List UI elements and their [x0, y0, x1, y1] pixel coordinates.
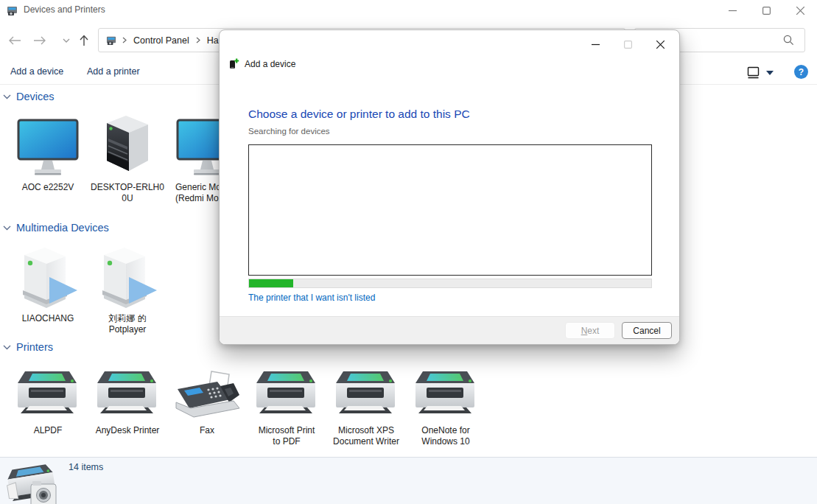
printer-item-alpdf[interactable]: ALPDF [10, 367, 86, 436]
title-bar: Devices and Printers [0, 0, 817, 21]
status-bar: 14 items [0, 457, 817, 504]
printer-icon [413, 368, 479, 421]
item-label: ALPDF [10, 425, 86, 436]
item-label: AnyDesk Printer [89, 425, 166, 436]
collapse-chevron-icon [3, 94, 11, 99]
dialog-close-button[interactable] [644, 33, 676, 55]
section-header-printers[interactable]: Printers [3, 341, 53, 353]
minimize-icon [592, 41, 600, 49]
collapse-chevron-icon [3, 345, 11, 350]
printer-item-ms-print-to-pdf[interactable]: Microsoft Printto PDF [248, 367, 325, 447]
breadcrumb-chevron-icon [196, 37, 200, 43]
close-icon [796, 7, 804, 15]
minimize-button[interactable] [715, 0, 749, 21]
section-title: Printers [16, 341, 53, 353]
next-button: Next [565, 322, 615, 339]
media-device-icon [94, 243, 161, 309]
dialog-search-status: Searching for devices [248, 127, 330, 136]
chevron-down-icon [63, 38, 70, 43]
printer-item-anydesk[interactable]: AnyDesk Printer [89, 367, 166, 436]
breadcrumb-location-icon [106, 35, 117, 46]
breadcrumb-control-panel[interactable]: Control Panel [132, 35, 191, 46]
devices-and-printers-app-icon [7, 4, 18, 16]
item-label: 刘莉娜 的Potplayer [89, 313, 166, 335]
add-device-icon [228, 58, 239, 70]
item-count: 14 items [69, 462, 103, 472]
item-label: DESKTOP-ERLH00U [89, 182, 166, 204]
printer-icon [333, 368, 399, 421]
section-title: Multimedia Devices [16, 222, 109, 234]
search-progress-bar [248, 279, 652, 288]
maximize-button[interactable] [749, 0, 783, 21]
breadcrumb-chevron-icon [122, 37, 127, 43]
up-button[interactable] [74, 31, 94, 50]
dialog-footer: Next Cancel [220, 316, 679, 344]
item-label: LIAOCHANG [10, 313, 86, 324]
media-item-liaochang[interactable]: LIAOCHANG [10, 243, 86, 324]
progress-fill [249, 279, 293, 287]
add-device-dialog: Add a device Choose a device or printer … [219, 29, 680, 345]
minimize-icon [729, 7, 737, 15]
printer-icon [94, 368, 161, 421]
back-arrow-icon [8, 36, 21, 45]
printer-item-fax[interactable]: Fax [169, 367, 245, 436]
section-header-multimedia-devices[interactable]: Multimedia Devices [3, 222, 109, 234]
printer-item-xps-writer[interactable]: Microsoft XPSDocument Writer [328, 367, 404, 447]
section-title: Devices [16, 91, 55, 102]
add-device-link[interactable]: Add a device [10, 66, 63, 77]
cancel-button[interactable]: Cancel [622, 322, 672, 339]
section-header-devices[interactable]: Devices [3, 91, 55, 102]
change-view-icon[interactable] [747, 66, 760, 79]
device-item-desktop-pc[interactable]: DESKTOP-ERLH00U [89, 113, 166, 204]
back-button[interactable] [4, 31, 25, 50]
item-label: Fax [169, 425, 245, 436]
dialog-title: Add a device [245, 59, 295, 69]
maximize-icon [624, 41, 632, 49]
close-button[interactable] [783, 0, 817, 21]
desktop-pc-icon [98, 113, 157, 178]
dialog-heading: Choose a device or printer to add to thi… [248, 108, 470, 121]
window-title: Devices and Printers [24, 4, 105, 15]
close-icon [656, 41, 665, 49]
media-device-icon [14, 243, 82, 309]
fax-icon [173, 370, 241, 421]
selected-items-thumbnail-icon [6, 461, 63, 504]
device-list-box[interactable] [248, 144, 652, 276]
view-dropdown-caret-icon[interactable] [766, 71, 774, 75]
device-item-aoc-monitor[interactable]: AOC e2252V [10, 113, 86, 193]
help-button[interactable]: ? [794, 65, 808, 79]
forward-arrow-icon [33, 36, 46, 45]
add-printer-link[interactable]: Add a printer [87, 66, 140, 77]
item-label: Microsoft Printto PDF [248, 425, 325, 447]
item-label: OneNote forWindows 10 [407, 425, 484, 447]
collapse-chevron-icon [3, 225, 11, 231]
up-arrow-icon [80, 35, 88, 46]
printer-not-listed-link[interactable]: The printer that I want isn't listed [248, 293, 375, 303]
maximize-icon [762, 7, 771, 15]
printer-icon [15, 368, 81, 421]
search-icon [783, 35, 794, 46]
media-item-potplayer[interactable]: 刘莉娜 的Potplayer [89, 243, 166, 335]
dialog-maximize-button-disabled [611, 33, 644, 55]
printer-icon [253, 368, 320, 421]
monitor-icon [15, 115, 81, 178]
dialog-minimize-button[interactable] [579, 33, 611, 55]
forward-button[interactable] [29, 31, 50, 50]
item-label: AOC e2252V [10, 182, 86, 193]
item-label: Microsoft XPSDocument Writer [328, 425, 404, 447]
printer-item-onenote[interactable]: OneNote forWindows 10 [407, 367, 484, 447]
